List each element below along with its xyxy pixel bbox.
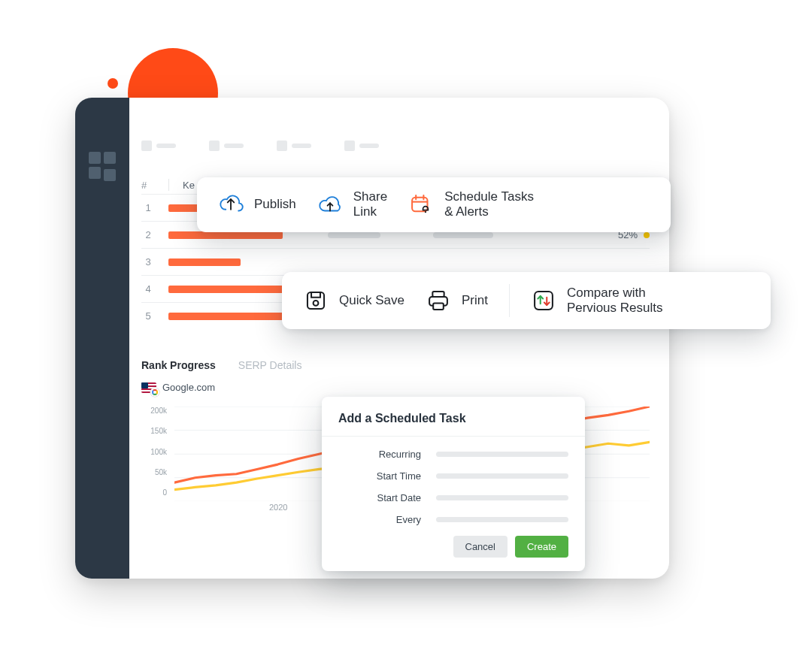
row-index: 4 (141, 283, 155, 295)
compare-results-button[interactable]: Compare withPervious Results (531, 286, 663, 316)
share-link-label: ShareLink (353, 189, 387, 220)
field-input[interactable] (436, 473, 568, 479)
scheduled-task-modal: Add a Scheduled Task RecurringStart Time… (322, 397, 585, 571)
actions-card-mid: Quick Save Print Compare withPervious Re… (282, 272, 771, 329)
divider (509, 284, 510, 317)
chart-y-axis: 200k150k100k50k0 (141, 407, 171, 497)
print-button[interactable]: Print (426, 288, 488, 313)
schedule-label: Schedule Tasks& Alerts (444, 189, 534, 220)
share-link-button[interactable]: ShareLink (317, 189, 387, 220)
calendar-bell-icon (408, 192, 434, 217)
th-index: # (141, 180, 155, 191)
create-button[interactable]: Create (515, 536, 568, 558)
compare-arrows-icon (531, 288, 556, 313)
field-input[interactable] (436, 495, 568, 500)
tab-rank-progress[interactable]: Rank Progress (141, 359, 216, 371)
modal-field: Recurring (338, 449, 568, 460)
search-source: Google.com (141, 382, 650, 393)
field-label: Recurring (338, 449, 421, 460)
quick-save-button[interactable]: Quick Save (303, 288, 404, 313)
schedule-tasks-button[interactable]: Schedule Tasks& Alerts (408, 189, 534, 220)
modal-field: Start Time (338, 470, 568, 482)
status-dot (644, 232, 650, 238)
svg-point-6 (425, 211, 426, 213)
compare-label: Compare withPervious Results (567, 286, 663, 316)
keyword-bar (168, 313, 295, 320)
app-logo-icon (89, 152, 116, 179)
svg-rect-11 (433, 303, 444, 310)
svg-rect-5 (412, 198, 427, 212)
svg-rect-12 (535, 292, 553, 310)
save-icon (303, 288, 329, 313)
field-label: Start Time (338, 470, 421, 482)
field-input[interactable] (436, 517, 568, 522)
keyword-bar (168, 204, 198, 212)
table-row[interactable]: 3 (141, 248, 650, 275)
field-input[interactable] (436, 452, 568, 457)
keyword-bar (168, 258, 241, 266)
cancel-button[interactable]: Cancel (453, 536, 508, 558)
row-index: 3 (141, 256, 155, 268)
print-label: Print (462, 293, 488, 308)
publish-button[interactable]: Publish (218, 192, 296, 217)
source-label: Google.com (162, 382, 215, 393)
cloud-share-icon (317, 192, 343, 217)
modal-field: Start Date (338, 492, 568, 503)
toolbar-skeleton (141, 134, 650, 158)
quick-save-label: Quick Save (339, 293, 404, 308)
row-index: 2 (141, 229, 155, 240)
decor-circle-small (108, 78, 118, 89)
field-label: Start Date (338, 492, 421, 503)
modal-field: Every (338, 514, 568, 525)
chart-x-tick: 2020 (269, 503, 287, 512)
tab-serp-details[interactable]: SERP Details (238, 359, 302, 371)
row-index: 1 (141, 202, 155, 213)
modal-title: Add a Scheduled Task (338, 412, 568, 425)
keyword-bar (168, 286, 289, 293)
modal-actions: Cancel Create (338, 536, 568, 558)
keyword-bar (168, 231, 283, 239)
sidebar (75, 98, 129, 579)
field-label: Every (338, 514, 421, 525)
printer-icon (426, 288, 451, 313)
result-tabs: Rank Progress SERP Details (141, 359, 650, 371)
flag-us-google-icon (141, 382, 156, 393)
cloud-upload-icon (218, 192, 244, 217)
actions-card-top: Publish ShareLink Schedule Tasks& Alerts (197, 177, 671, 232)
row-index: 5 (141, 310, 155, 322)
svg-point-8 (314, 301, 319, 306)
publish-label: Publish (254, 197, 296, 212)
th-keyword: Ke (183, 180, 195, 191)
